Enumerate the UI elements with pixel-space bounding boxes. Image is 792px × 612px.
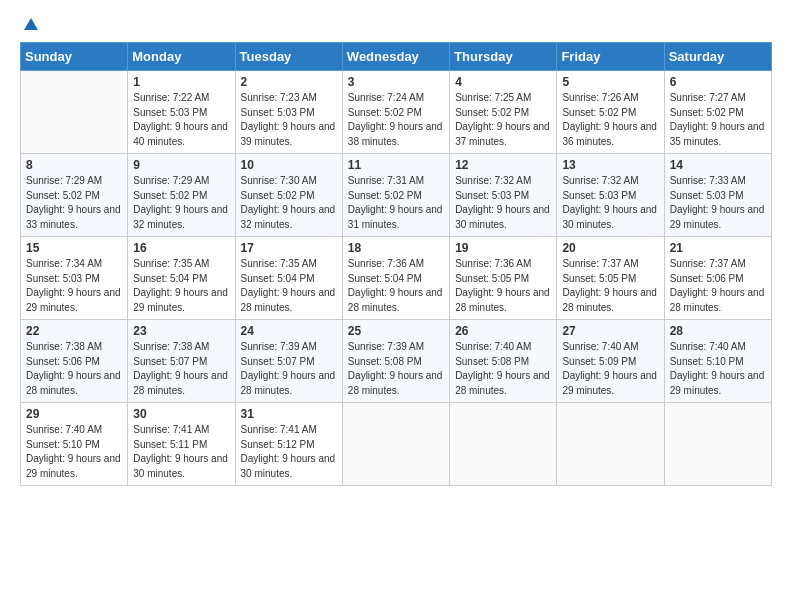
day-info: Sunrise: 7:27 AMSunset: 5:02 PMDaylight:… (670, 91, 766, 149)
day-info: Sunrise: 7:38 AMSunset: 5:07 PMDaylight:… (133, 340, 229, 398)
day-cell-2: 2Sunrise: 7:23 AMSunset: 5:03 PMDaylight… (235, 71, 342, 154)
day-cell-4: 4Sunrise: 7:25 AMSunset: 5:02 PMDaylight… (450, 71, 557, 154)
day-cell-23: 23Sunrise: 7:38 AMSunset: 5:07 PMDayligh… (128, 320, 235, 403)
day-number: 10 (241, 158, 337, 172)
header-thursday: Thursday (450, 43, 557, 71)
day-number: 21 (670, 241, 766, 255)
empty-cell (664, 403, 771, 486)
week-row-4: 22Sunrise: 7:38 AMSunset: 5:06 PMDayligh… (21, 320, 772, 403)
day-number: 14 (670, 158, 766, 172)
day-cell-6: 6Sunrise: 7:27 AMSunset: 5:02 PMDaylight… (664, 71, 771, 154)
day-cell-27: 27Sunrise: 7:40 AMSunset: 5:09 PMDayligh… (557, 320, 664, 403)
day-cell-16: 16Sunrise: 7:35 AMSunset: 5:04 PMDayligh… (128, 237, 235, 320)
day-info: Sunrise: 7:24 AMSunset: 5:02 PMDaylight:… (348, 91, 444, 149)
day-cell-20: 20Sunrise: 7:37 AMSunset: 5:05 PMDayligh… (557, 237, 664, 320)
day-cell-29: 29Sunrise: 7:40 AMSunset: 5:10 PMDayligh… (21, 403, 128, 486)
day-info: Sunrise: 7:23 AMSunset: 5:03 PMDaylight:… (241, 91, 337, 149)
day-cell-13: 13Sunrise: 7:32 AMSunset: 5:03 PMDayligh… (557, 154, 664, 237)
logo (20, 16, 40, 34)
day-cell-22: 22Sunrise: 7:38 AMSunset: 5:06 PMDayligh… (21, 320, 128, 403)
day-cell-14: 14Sunrise: 7:33 AMSunset: 5:03 PMDayligh… (664, 154, 771, 237)
day-cell-31: 31Sunrise: 7:41 AMSunset: 5:12 PMDayligh… (235, 403, 342, 486)
day-number: 16 (133, 241, 229, 255)
day-number: 11 (348, 158, 444, 172)
day-info: Sunrise: 7:35 AMSunset: 5:04 PMDaylight:… (241, 257, 337, 315)
header (20, 16, 772, 34)
day-number: 22 (26, 324, 122, 338)
day-info: Sunrise: 7:41 AMSunset: 5:11 PMDaylight:… (133, 423, 229, 481)
day-cell-18: 18Sunrise: 7:36 AMSunset: 5:04 PMDayligh… (342, 237, 449, 320)
week-row-3: 15Sunrise: 7:34 AMSunset: 5:03 PMDayligh… (21, 237, 772, 320)
week-row-1: 1Sunrise: 7:22 AMSunset: 5:03 PMDaylight… (21, 71, 772, 154)
day-cell-9: 9Sunrise: 7:29 AMSunset: 5:02 PMDaylight… (128, 154, 235, 237)
day-info: Sunrise: 7:29 AMSunset: 5:02 PMDaylight:… (133, 174, 229, 232)
day-number: 24 (241, 324, 337, 338)
day-info: Sunrise: 7:34 AMSunset: 5:03 PMDaylight:… (26, 257, 122, 315)
week-row-2: 8Sunrise: 7:29 AMSunset: 5:02 PMDaylight… (21, 154, 772, 237)
day-cell-28: 28Sunrise: 7:40 AMSunset: 5:10 PMDayligh… (664, 320, 771, 403)
day-info: Sunrise: 7:32 AMSunset: 5:03 PMDaylight:… (562, 174, 658, 232)
day-info: Sunrise: 7:40 AMSunset: 5:10 PMDaylight:… (670, 340, 766, 398)
day-number: 8 (26, 158, 122, 172)
day-number: 27 (562, 324, 658, 338)
day-number: 20 (562, 241, 658, 255)
day-info: Sunrise: 7:30 AMSunset: 5:02 PMDaylight:… (241, 174, 337, 232)
day-info: Sunrise: 7:32 AMSunset: 5:03 PMDaylight:… (455, 174, 551, 232)
day-cell-10: 10Sunrise: 7:30 AMSunset: 5:02 PMDayligh… (235, 154, 342, 237)
day-cell-12: 12Sunrise: 7:32 AMSunset: 5:03 PMDayligh… (450, 154, 557, 237)
day-cell-21: 21Sunrise: 7:37 AMSunset: 5:06 PMDayligh… (664, 237, 771, 320)
day-number: 25 (348, 324, 444, 338)
day-info: Sunrise: 7:39 AMSunset: 5:07 PMDaylight:… (241, 340, 337, 398)
day-number: 17 (241, 241, 337, 255)
header-sunday: Sunday (21, 43, 128, 71)
day-number: 15 (26, 241, 122, 255)
day-number: 2 (241, 75, 337, 89)
calendar-header-row: SundayMondayTuesdayWednesdayThursdayFrid… (21, 43, 772, 71)
day-number: 23 (133, 324, 229, 338)
day-info: Sunrise: 7:41 AMSunset: 5:12 PMDaylight:… (241, 423, 337, 481)
day-number: 18 (348, 241, 444, 255)
day-info: Sunrise: 7:36 AMSunset: 5:05 PMDaylight:… (455, 257, 551, 315)
day-cell-30: 30Sunrise: 7:41 AMSunset: 5:11 PMDayligh… (128, 403, 235, 486)
day-info: Sunrise: 7:37 AMSunset: 5:06 PMDaylight:… (670, 257, 766, 315)
day-number: 13 (562, 158, 658, 172)
empty-cell (450, 403, 557, 486)
logo-icon (22, 16, 40, 34)
day-cell-17: 17Sunrise: 7:35 AMSunset: 5:04 PMDayligh… (235, 237, 342, 320)
day-number: 6 (670, 75, 766, 89)
day-cell-25: 25Sunrise: 7:39 AMSunset: 5:08 PMDayligh… (342, 320, 449, 403)
day-cell-26: 26Sunrise: 7:40 AMSunset: 5:08 PMDayligh… (450, 320, 557, 403)
day-info: Sunrise: 7:33 AMSunset: 5:03 PMDaylight:… (670, 174, 766, 232)
day-number: 12 (455, 158, 551, 172)
day-number: 3 (348, 75, 444, 89)
day-cell-19: 19Sunrise: 7:36 AMSunset: 5:05 PMDayligh… (450, 237, 557, 320)
day-number: 9 (133, 158, 229, 172)
day-info: Sunrise: 7:40 AMSunset: 5:10 PMDaylight:… (26, 423, 122, 481)
day-number: 5 (562, 75, 658, 89)
day-info: Sunrise: 7:35 AMSunset: 5:04 PMDaylight:… (133, 257, 229, 315)
header-monday: Monday (128, 43, 235, 71)
day-info: Sunrise: 7:36 AMSunset: 5:04 PMDaylight:… (348, 257, 444, 315)
day-info: Sunrise: 7:26 AMSunset: 5:02 PMDaylight:… (562, 91, 658, 149)
empty-cell (557, 403, 664, 486)
header-tuesday: Tuesday (235, 43, 342, 71)
header-friday: Friday (557, 43, 664, 71)
day-number: 26 (455, 324, 551, 338)
day-cell-3: 3Sunrise: 7:24 AMSunset: 5:02 PMDaylight… (342, 71, 449, 154)
day-info: Sunrise: 7:37 AMSunset: 5:05 PMDaylight:… (562, 257, 658, 315)
header-wednesday: Wednesday (342, 43, 449, 71)
day-number: 31 (241, 407, 337, 421)
svg-marker-0 (24, 18, 38, 30)
day-cell-8: 8Sunrise: 7:29 AMSunset: 5:02 PMDaylight… (21, 154, 128, 237)
day-number: 28 (670, 324, 766, 338)
day-info: Sunrise: 7:25 AMSunset: 5:02 PMDaylight:… (455, 91, 551, 149)
day-info: Sunrise: 7:40 AMSunset: 5:09 PMDaylight:… (562, 340, 658, 398)
day-cell-15: 15Sunrise: 7:34 AMSunset: 5:03 PMDayligh… (21, 237, 128, 320)
day-number: 4 (455, 75, 551, 89)
week-row-5: 29Sunrise: 7:40 AMSunset: 5:10 PMDayligh… (21, 403, 772, 486)
day-number: 30 (133, 407, 229, 421)
day-cell-5: 5Sunrise: 7:26 AMSunset: 5:02 PMDaylight… (557, 71, 664, 154)
day-number: 1 (133, 75, 229, 89)
empty-cell (342, 403, 449, 486)
day-info: Sunrise: 7:29 AMSunset: 5:02 PMDaylight:… (26, 174, 122, 232)
